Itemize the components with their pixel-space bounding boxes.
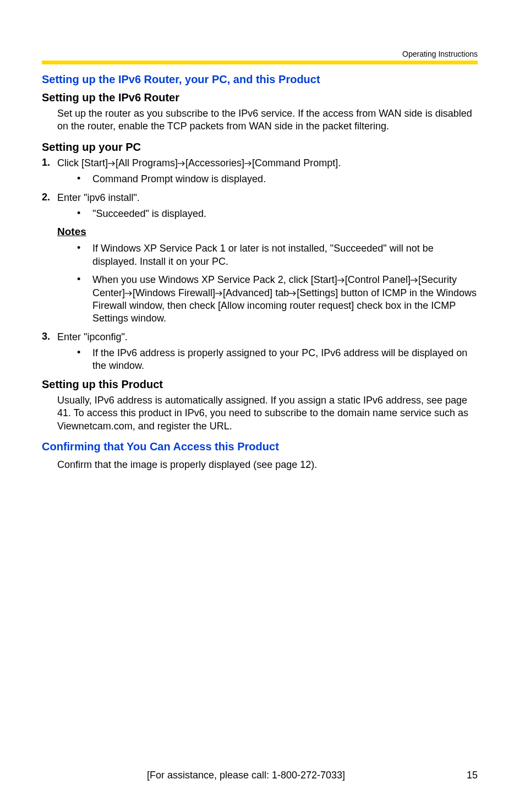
bullet-item: • If the IPv6 address is properly assign… (77, 347, 478, 373)
bullet-item: • "Succeeded" is displayed. (77, 208, 478, 220)
step-3: 3. Enter "ipconfig". (42, 331, 478, 344)
step-number: 1. (42, 157, 57, 170)
bullet-dot: • (77, 242, 92, 268)
bullet-text: If the IPv6 address is properly assigned… (92, 347, 478, 373)
step-number: 3. (42, 331, 57, 344)
subheading-router: Setting up the IPv6 Router (42, 91, 478, 104)
header-label: Operating Instructions (42, 50, 478, 58)
bullet-dot: • (77, 274, 92, 325)
text-fragment: [Command Prompt]. (252, 157, 341, 168)
subheading-pc: Setting up your PC (42, 141, 478, 154)
step-2-body: Enter "ipv6 install". (57, 192, 478, 204)
text-fragment: [Advanced] tab (223, 287, 289, 298)
bullet-text: If Windows XP Service Pack 1 or later is… (92, 242, 478, 268)
arrow-icon (108, 157, 116, 170)
text-fragment: [All Programs] (116, 157, 178, 168)
text-fragment: [Accessories] (185, 157, 244, 168)
step-3-body: Enter "ipconfig". (57, 331, 478, 344)
section-title-setup: Setting up the IPv6 Router, your PC, and… (42, 73, 478, 86)
arrow-icon (125, 287, 133, 299)
text-fragment: Click [Start] (57, 157, 108, 168)
bullet-item: • Command Prompt window is displayed. (77, 173, 478, 186)
subheading-product: Setting up this Product (42, 378, 478, 391)
bullet-text: Command Prompt window is displayed. (92, 173, 478, 186)
arrow-icon (289, 287, 297, 299)
bullet-text: When you use Windows XP Service Pack 2, … (92, 274, 478, 325)
section-title-confirm: Confirming that You Can Access this Prod… (42, 440, 478, 453)
text-fragment: [Windows Firewall] (133, 287, 215, 298)
bullet-item: • When you use Windows XP Service Pack 2… (77, 274, 478, 325)
text-fragment: When you use Windows XP Service Pack 2, … (92, 274, 337, 285)
paragraph-confirm: Confirm that the image is properly displ… (57, 459, 478, 471)
step-1: 1. Click [Start][All Programs][Accessori… (42, 157, 478, 170)
paragraph-product: Usually, IPv6 address is automatically a… (57, 394, 478, 433)
arrow-icon (178, 157, 185, 170)
header-rule (42, 61, 478, 64)
text-fragment: [Control Panel] (345, 274, 411, 285)
step-1-body: Click [Start][All Programs][Accessories]… (57, 157, 478, 170)
paragraph-router: Set up the router as you subscribe to th… (57, 107, 478, 133)
arrow-icon (411, 274, 418, 286)
step-2: 2. Enter "ipv6 install". (42, 192, 478, 204)
arrow-icon (244, 157, 252, 170)
bullet-dot: • (77, 347, 92, 373)
arrow-icon (337, 274, 345, 286)
arrow-icon (215, 287, 223, 299)
footer: [For assistance, please call: 1-800-272-… (0, 770, 525, 781)
footer-assist: [For assistance, please call: 1-800-272-… (42, 770, 450, 781)
step-number: 2. (42, 192, 57, 204)
page-number: 15 (450, 770, 478, 781)
bullet-text: "Succeeded" is displayed. (92, 208, 478, 220)
bullet-dot: • (77, 173, 92, 186)
notes-heading: Notes (57, 226, 478, 238)
bullet-dot: • (77, 208, 92, 220)
bullet-item: • If Windows XP Service Pack 1 or later … (77, 242, 478, 268)
